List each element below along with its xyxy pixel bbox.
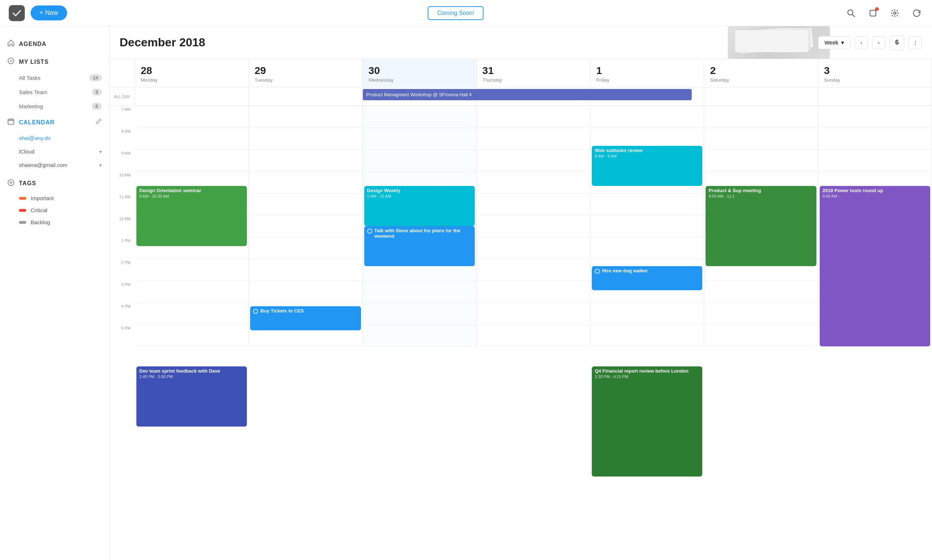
sidebar-item-tags[interactable]: TAGS: [0, 172, 109, 192]
hour-line-3-11: [477, 346, 590, 347]
event-time: 9 AM - 10:30 AM: [139, 194, 244, 198]
hour-line-3-9: [477, 303, 590, 303]
hour-line-3-5: [477, 215, 590, 215]
event-title: Q4 Financial report review before London: [595, 368, 699, 374]
day-headers: 28 Monday 29 Tuesday 30 Wednesday 31 Thu…: [109, 59, 932, 88]
hour-line-3-2: [477, 149, 590, 150]
prev-week-button[interactable]: ‹: [855, 36, 868, 49]
sidebar-item-all-tasks[interactable]: All Tasks 14: [0, 71, 109, 85]
time-4pm: 4 PM: [109, 303, 135, 325]
sidebar-item-marketing[interactable]: Marketing 6: [0, 99, 109, 113]
time-9am: 9 AM: [109, 149, 135, 171]
time-11am: 11 AM: [109, 193, 135, 215]
day-header-3: 31 Thursday: [477, 59, 591, 87]
new-button[interactable]: + New: [31, 5, 67, 20]
hour-line-4-11: [591, 346, 704, 347]
event-time: 9:00 AM -: [823, 194, 927, 198]
allday-event-workshop[interactable]: Product Managment Workshop @ SFmoma Hall…: [363, 89, 692, 100]
calendar-month-year: December 2018: [120, 36, 205, 49]
search-button[interactable]: [844, 6, 858, 20]
day-header-1: 29 Tuesday: [249, 59, 363, 87]
hour-line-2-2: [363, 149, 476, 150]
hour-line-2-9: [363, 303, 476, 303]
hour-line-1-7: [249, 259, 362, 259]
hour-line-3-10: [477, 325, 590, 325]
calendar-event[interactable]: Design Weekly 9 AM - 10 AM: [364, 186, 475, 226]
calendar-event[interactable]: Hire new dog walker: [592, 266, 702, 290]
day-col-2: Design Weekly 9 AM - 10 AM Talk with Ste…: [363, 106, 477, 346]
hour-line-3-4: [477, 193, 590, 194]
next-week-button[interactable]: ›: [872, 36, 885, 49]
coming-soon-button[interactable]: Coming Soon!: [428, 6, 483, 20]
event-time: 9 AM - 10 AM: [367, 194, 472, 198]
settings-button[interactable]: [888, 6, 901, 20]
notification-button[interactable]: [866, 6, 880, 20]
calendar-event[interactable]: Design Orientation seminar 9 AM - 10:30 …: [136, 186, 247, 246]
hour-line-5-0: [704, 106, 818, 106]
refresh-button[interactable]: [910, 6, 923, 20]
week-selector[interactable]: Week ▾: [818, 36, 850, 49]
more-options-button[interactable]: ⋮: [909, 36, 922, 49]
tag-important[interactable]: Important: [0, 192, 109, 204]
lists-icon: [7, 57, 15, 66]
allday-cell-6: [818, 88, 932, 105]
hour-line-5-2: [704, 149, 818, 150]
sidebar-item-my-lists[interactable]: MY LISTS: [0, 53, 109, 71]
hour-line-0-11: [135, 346, 248, 347]
header-controls: Week ▾ ‹ › 6 ⋮: [818, 35, 922, 50]
hour-line-5-8: [704, 281, 818, 281]
hour-line-1-6: [249, 237, 362, 237]
hour-line-0-0: [135, 106, 248, 106]
sidebar-item-agenda[interactable]: AGENDA: [0, 35, 109, 53]
event-title: Buy Tickets to CES: [260, 308, 304, 314]
calendar-event[interactable]: Talk with Steve about his plans for the …: [364, 226, 475, 266]
calendar-main: December 2018 Week ▾ ‹ › 6: [109, 26, 932, 560]
svg-rect-2: [870, 10, 876, 16]
day-col-3: [477, 106, 591, 346]
hour-line-6-0: [818, 106, 932, 106]
calendar-event[interactable]: 2018 Power tools round up 9:00 AM -: [820, 186, 930, 346]
allday-cell-1: [249, 88, 363, 105]
allday-cell-5: [704, 88, 818, 105]
notification-dot: [875, 7, 879, 11]
sidebar-item-sales-team[interactable]: Sales Team 9: [0, 85, 109, 99]
hour-line-5-10: [704, 325, 818, 325]
svg-point-3: [894, 12, 896, 14]
day-header-6: 3 Sunday: [818, 59, 932, 87]
edit-icon[interactable]: [95, 118, 102, 126]
hour-line-2-3: [363, 171, 476, 172]
sidebar: AGENDA MY LISTS All Tasks 14 Sales Team …: [0, 26, 109, 560]
tag-backlog[interactable]: Backlog: [0, 216, 109, 228]
hour-line-3-8: [477, 281, 590, 281]
hour-line-1-9: [249, 303, 362, 303]
calendar-event[interactable]: Product & Sup meeting 9:00 AM - 11:1: [706, 186, 816, 266]
backlog-dot: [19, 221, 26, 224]
hour-line-4-0: [591, 106, 704, 106]
event-time: 1:30 PM - 4:15 PM: [595, 374, 699, 379]
hour-line-1-8: [249, 281, 362, 281]
calendar-event[interactable]: Q4 Financial report review before London…: [592, 366, 702, 477]
tag-critical[interactable]: Critical: [0, 204, 109, 216]
my-lists-label: MY LISTS: [19, 59, 49, 65]
account-icloud[interactable]: iCloud ▾: [0, 145, 109, 158]
today-button[interactable]: 6: [890, 35, 904, 50]
hour-line-1-11: [249, 346, 362, 347]
hour-line-6-2: [818, 149, 932, 150]
calendar-event[interactable]: Web subtasks review 8 AM - 9 AM: [592, 146, 702, 186]
hour-line-3-1: [477, 128, 590, 128]
calendar-event[interactable]: Dev team sprint feedback with Dave 1:45 …: [136, 366, 247, 426]
hour-line-0-1: [135, 128, 248, 128]
topbar-left: + New: [9, 5, 67, 21]
hour-line-6-3: [818, 171, 932, 172]
hour-line-4-4: [591, 193, 704, 194]
hour-line-3-3: [477, 171, 590, 172]
hour-line-3-7: [477, 259, 590, 259]
calendar-event[interactable]: Buy Tickets to CES: [250, 306, 361, 330]
account-shai[interactable]: shai@any.do: [0, 131, 109, 145]
time-grid: 7 AM 8 AM 9 AM 10 AM 11 AM 12 AM 1 PM 2 …: [109, 106, 932, 346]
allday-cell-0: [135, 88, 249, 105]
svg-rect-5: [8, 119, 14, 124]
account-gmail[interactable]: shaiera@gmail.com ▾: [0, 158, 109, 172]
sidebar-item-calendar[interactable]: CALENDAR: [0, 113, 109, 131]
event-title: Dev team sprint feedback with Dave: [139, 368, 244, 374]
